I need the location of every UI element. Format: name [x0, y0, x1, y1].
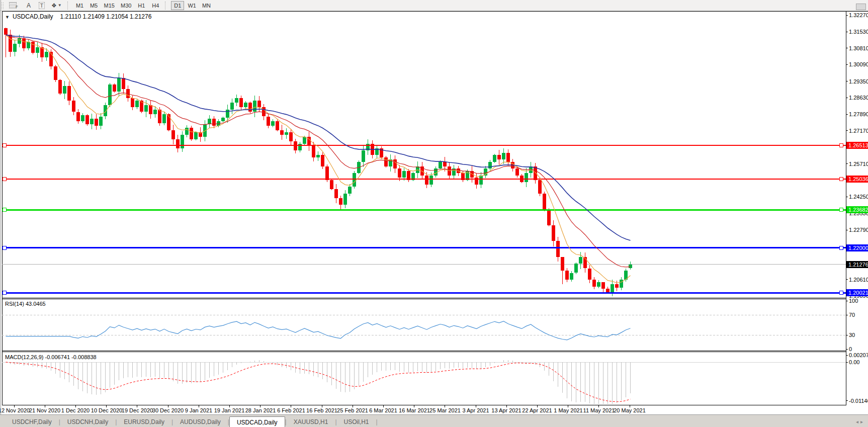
candles-series [4, 28, 632, 297]
price-axis-label: 1.27890 [849, 111, 868, 117]
chart-ohlc-values: 1.21110 1.21409 1.21054 1.21276 [60, 13, 152, 20]
date-axis-label: 19 Jan 2021 [214, 407, 245, 413]
chart-tab-audusd[interactable]: AUDUSD,Daily [173, 417, 228, 426]
tab-scroll-left-icon[interactable]: ◂ [856, 419, 860, 424]
date-axis-label: 13 Apr 2021 [491, 407, 521, 413]
date-axis-label: 22 Apr 2021 [522, 407, 552, 413]
date-axis-label: 1 Dec 2020 [61, 407, 90, 413]
collapse-icon[interactable]: ▼ [5, 15, 10, 20]
price-line-badge-1.25036: 1.25036 [846, 176, 868, 183]
rsi-axis-label: 100 [849, 298, 858, 304]
chart-tab-xauusd[interactable]: XAUUSD,H1 [287, 417, 335, 426]
price-axis-label: 1.27170 [849, 128, 868, 134]
horizontal-line-1.25036[interactable] [2, 178, 846, 181]
price-line-badge-1.23682: 1.23682 [846, 206, 868, 213]
date-axis-label: 19 Dec 2020 [122, 407, 153, 413]
macd-axis-label: 0.002074 [849, 352, 868, 358]
price-axis-label: 1.31530 [849, 29, 868, 35]
chart-tab-usdchf[interactable]: USDCHF,Daily [5, 417, 59, 426]
price-line-badge-1.26513: 1.26513 [846, 142, 868, 149]
tab-scroll-right-icon[interactable]: ▸ [860, 419, 865, 424]
date-axis-label: 16 Feb 2021 [306, 407, 337, 413]
horizontal-line-1.20021[interactable] [2, 291, 846, 295]
price-axis-label: 1.25710 [849, 161, 868, 167]
date-axis-label: 20 May 2021 [614, 407, 646, 413]
current-price-badge: 1.21276 [846, 261, 868, 268]
macd-histogram [6, 360, 631, 404]
chart-tabbar: USDCHF,Daily|USDCNH,Daily|EURUSD,Daily|A… [0, 414, 868, 427]
rsi-line [6, 321, 631, 340]
chart-tab-eurusd[interactable]: EURUSD,Daily [117, 417, 171, 426]
macd-axis-label: -0.011462 [849, 398, 868, 404]
tab-scroll-arrows[interactable]: ◂▸ [856, 419, 865, 424]
date-axis-label: 21 Nov 2020 [29, 407, 60, 413]
tab-separator: | [376, 418, 378, 425]
date-axis-label: 10 Dec 2020 [91, 407, 122, 413]
rsi-axis-label: 30 [849, 332, 855, 338]
date-axis-label: 3 Apr 2021 [462, 407, 489, 413]
chart-canvas[interactable] [0, 0, 868, 427]
chart-symbol-label: USDCAD,Daily [13, 13, 53, 20]
macd-axis-label: 0.00 [849, 359, 859, 365]
rsi-indicator-label: RSI(14) 43.0465 [5, 301, 46, 307]
chart-tab-usdcad[interactable]: USDCAD,Daily [229, 416, 285, 427]
date-axis-label: 6 Feb 2021 [277, 407, 305, 413]
date-axis-label: 6 Mar 2021 [369, 407, 397, 413]
date-axis-label: 30 Dec 2020 [152, 407, 184, 413]
price-axis-label: 1.32270 [849, 12, 868, 18]
price-line-badge-1.22000: 1.22000 [846, 244, 868, 251]
date-axis-label: 28 Jan 2021 [245, 407, 276, 413]
price-axis-label: 1.29350 [849, 78, 868, 84]
price-line-badge-1.20021: 1.20021 [846, 289, 868, 296]
rsi-axis-label: 0 [849, 346, 852, 352]
chart-tab-usoil[interactable]: USOil,H1 [337, 417, 376, 426]
macd-indicator-label: MACD(12,26,9) -0.006741 -0.008838 [5, 354, 97, 360]
price-axis-label: 1.22790 [849, 227, 868, 233]
date-axis-label: 25 Mar 2021 [429, 407, 461, 413]
date-axis-label: 12 Nov 2020 [0, 407, 30, 413]
rsi-axis-label: 70 [849, 312, 855, 318]
date-axis-label: 25 Feb 2021 [337, 407, 368, 413]
date-axis-label: 16 Mar 2021 [399, 407, 430, 413]
price-axis-label: 1.20610 [849, 277, 868, 283]
chart-title: ▼USDCAD,Daily1.21110 1.21409 1.21054 1.2… [5, 13, 151, 20]
price-axis-label: 1.30090 [849, 61, 868, 67]
price-axis-label: 1.28630 [849, 95, 868, 101]
horizontal-line-1.22000[interactable] [2, 246, 846, 249]
ma-mid-line [6, 35, 631, 267]
mt4-window: { "toolbar": { "tools": [ {"id": "fibona… [0, 0, 868, 427]
price-axis-label: 1.24250 [849, 194, 868, 200]
date-axis-label: 11 May 2021 [583, 407, 615, 413]
horizontal-line-1.23682[interactable] [2, 208, 846, 212]
date-axis-label: 1 May 2021 [554, 407, 582, 413]
price-axis-label: 1.30810 [849, 45, 868, 51]
chart-tab-usdcnh[interactable]: USDCNH,Daily [60, 417, 115, 426]
horizontal-line-1.26513[interactable] [2, 144, 846, 147]
date-axis-label: 9 Jan 2021 [185, 407, 212, 413]
